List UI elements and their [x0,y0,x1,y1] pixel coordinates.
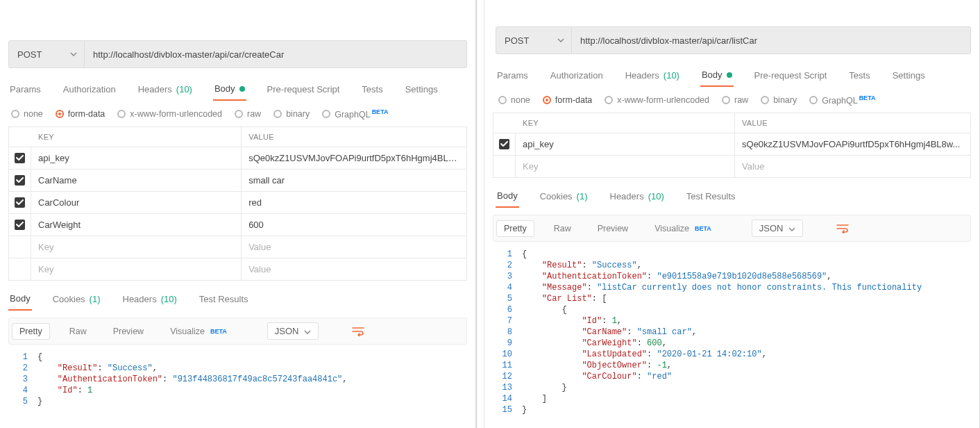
bodytype-none[interactable]: none [498,95,530,105]
code-line: 2 "Result": "Success", [8,363,467,374]
resp-tab-test-results[interactable]: Test Results [198,289,250,311]
bodytype-binary[interactable]: binary [273,109,310,119]
tab-prerequest[interactable]: Pre-request Script [266,78,341,101]
tab-authorization[interactable]: Authorization [62,78,117,101]
wrap-lines-icon[interactable] [346,324,370,339]
tab-tests[interactable]: Tests [360,78,384,101]
code-line: 9 "CarWeight": 600, [493,338,971,349]
code-line: 6 { [493,304,971,315]
http-method-label: POST [17,49,42,60]
form-data-table: KEY VALUE api_keysQe0kzZ1USVMJovFOAPi9ur… [8,126,467,281]
bodytype-graphql[interactable]: GraphQLBETA [809,94,875,106]
response-body-code[interactable]: 1{2 "Result": "Success",3 "Authenticatio… [493,246,971,415]
pretty-mode-pretty[interactable]: Pretty [12,323,50,340]
radio-icon [722,96,730,104]
tab-body[interactable]: Body [213,78,246,101]
resp-tab-body[interactable]: Body [496,186,519,208]
resp-tab-cookies[interactable]: Cookies (1) [51,289,102,311]
kv-key-input[interactable]: CarColour [31,192,242,213]
radio-icon [322,110,330,118]
tab-settings[interactable]: Settings [404,78,439,101]
bodytype-raw[interactable]: raw [235,109,261,119]
tab-headers[interactable]: Headers (10) [137,78,194,101]
table-row: api_keysQe0kzZ1USVMJovFOAPi9urtfD5pxT6hH… [9,147,466,170]
kv-key-input[interactable]: api_key [516,133,735,155]
format-label: JSON [759,223,784,233]
code-line: 11 "ObjectOwner": -1, [493,360,971,371]
bodytype-form-data[interactable]: form-data [543,95,593,105]
row-checkbox[interactable] [9,214,31,236]
bodytype-graphql[interactable]: GraphQLBETA [322,108,388,120]
table-row: CarNamesmall car [9,170,466,192]
kv-key-input[interactable]: CarWeight [31,214,242,236]
format-select[interactable]: JSON [752,220,804,237]
kv-value-input[interactable]: Value [242,236,466,258]
pretty-mode-visualize[interactable]: VisualizeBETA [163,324,234,339]
radio-icon [11,110,19,118]
bodytype-none[interactable]: none [11,109,43,119]
row-checkbox[interactable] [9,147,31,169]
kv-value-input[interactable]: Value [242,258,466,280]
bodytype-form-data[interactable]: form-data [56,109,105,119]
row-checkbox[interactable] [493,133,516,155]
url-text: http://localhost/divblox-master/api/car/… [93,49,284,60]
url-input[interactable]: http://localhost/divblox-master/api/car/… [572,26,971,54]
radio-icon [273,110,282,118]
resp-tab-test-results[interactable]: Test Results [685,186,737,208]
pretty-mode-pretty[interactable]: Pretty [496,220,534,237]
pane-divider[interactable] [476,0,484,428]
pretty-mode-raw[interactable]: Raw [62,324,94,339]
kv-value-input[interactable]: Value [735,156,970,177]
format-label: JSON [275,326,299,336]
row-checkbox[interactable] [9,170,31,191]
line-number: 3 [493,271,522,282]
tab-tests[interactable]: Tests [847,64,871,87]
tab-body[interactable]: Body [700,64,734,87]
resp-tab-cookies[interactable]: Cookies (1) [539,186,589,208]
kv-key-input[interactable]: Key [516,156,735,177]
resp-tab-body[interactable]: Body [8,289,32,311]
bodytype-binary[interactable]: binary [761,95,797,105]
http-method-select[interactable]: POST [496,26,572,54]
beta-badge: BETA [210,328,227,335]
kv-key-input[interactable]: Key [31,236,242,258]
kv-value-header: VALUE [735,113,970,133]
tab-params[interactable]: Params [8,78,42,101]
tab-headers-label: Headers [625,70,659,81]
kv-value-input[interactable]: sQe0kzZ1USVMJovFOAPi9urtfD5pxT6hHgmj4BL8… [735,133,970,155]
resp-tab-headers[interactable]: Headers (10) [121,289,178,311]
code-line: 4 "Message": "listCar currently does not… [493,282,971,293]
http-method-select[interactable]: POST [8,40,85,68]
response-body-code[interactable]: 1{2 "Result": "Success",3 "Authenticatio… [8,349,467,407]
row-checkbox[interactable] [9,192,31,213]
bodytype-raw[interactable]: raw [722,95,748,105]
pretty-mode-preview[interactable]: Preview [591,221,635,236]
kv-key-input[interactable]: Key [31,258,242,280]
code-line: 5 "Car List": [ [493,293,971,304]
line-number: 1 [8,352,37,363]
kv-value-input[interactable]: 600 [242,214,466,236]
radio-icon [543,96,551,104]
pretty-mode-visualize[interactable]: VisualizeBETA [648,221,718,236]
code-line: 3 "AuthenticationToken": "e9011558a9e719… [493,271,971,282]
tab-prerequest[interactable]: Pre-request Script [753,64,829,87]
tab-authorization[interactable]: Authorization [549,64,605,87]
pretty-mode-raw[interactable]: Raw [547,221,578,236]
kv-value-input[interactable]: sQe0kzZ1USVMJovFOAPi9urtfD5pxT6hHgmj4BL8… [242,147,466,169]
tab-headers[interactable]: Headers (10) [624,64,681,87]
kv-key-input[interactable]: api_key [31,147,242,169]
chevron-down-icon [70,52,77,56]
wrap-lines-icon[interactable] [831,221,854,236]
resp-tab-headers[interactable]: Headers (10) [609,186,666,208]
pretty-mode-preview[interactable]: Preview [106,324,151,339]
bodytype-xwww[interactable]: x-www-form-urlencoded [605,95,709,105]
check-icon [15,175,25,186]
url-input[interactable]: http://localhost/divblox-master/api/car/… [85,40,467,68]
kv-key-input[interactable]: CarName [31,170,242,191]
bodytype-xwww[interactable]: x-www-form-urlencoded [117,109,222,119]
tab-settings[interactable]: Settings [891,64,927,87]
kv-value-input[interactable]: red [242,192,466,213]
format-select[interactable]: JSON [267,322,319,340]
kv-value-input[interactable]: small car [242,170,466,191]
tab-params[interactable]: Params [496,64,530,87]
